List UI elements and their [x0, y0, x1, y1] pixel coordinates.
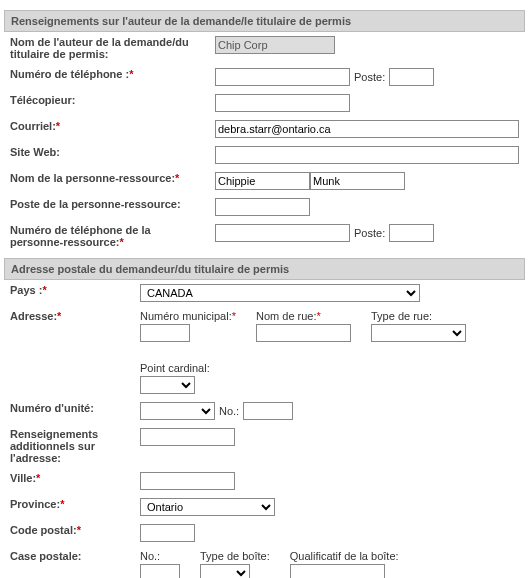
pobox-label: Case postale:	[4, 546, 134, 578]
unit-label: Numéro d'unité:	[4, 398, 134, 424]
street-type-label: Type de rue:	[371, 310, 466, 322]
unit-no-input[interactable]	[243, 402, 293, 420]
extra-label: Renseignements additionnels sur l'adress…	[4, 424, 134, 468]
pobox-qual-input[interactable]	[290, 564, 385, 578]
pobox-no-label: No.:	[140, 550, 180, 562]
pobox-no-input[interactable]	[140, 564, 180, 578]
street-name-label: Nom de rue:*	[256, 310, 351, 322]
direction-label: Point cardinal:	[140, 362, 210, 374]
contact-phone-input[interactable]	[215, 224, 350, 242]
postal-input[interactable]	[140, 524, 195, 542]
city-label: Ville:*	[4, 468, 134, 494]
website-label: Site Web:	[4, 142, 209, 168]
fax-label: Télécopieur:	[4, 90, 209, 116]
phone-input[interactable]	[215, 68, 350, 86]
contact-name-label: Nom de la personne-ressource:*	[4, 168, 209, 194]
country-select[interactable]: CANADA	[140, 284, 420, 302]
contact-phone-label: Numéro de téléphone de la personne-resso…	[4, 220, 209, 252]
contact-ext-input[interactable]	[389, 224, 434, 242]
email-label: Courriel:*	[4, 116, 209, 142]
contact-ext-label: Poste:	[354, 227, 385, 239]
street-num-input[interactable]	[140, 324, 190, 342]
contact-title-input[interactable]	[215, 198, 310, 216]
address-label: Adresse:*	[4, 306, 134, 398]
applicant-name-input	[215, 36, 335, 54]
contact-last-input[interactable]	[310, 172, 405, 190]
contact-first-input[interactable]	[215, 172, 310, 190]
ext-label: Poste:	[354, 71, 385, 83]
street-type-select[interactable]	[371, 324, 466, 342]
section2-header: Adresse postale du demandeur/du titulair…	[4, 258, 525, 280]
section1-header: Renseignements sur l'auteur de la demand…	[4, 10, 525, 32]
unit-type-select[interactable]	[140, 402, 215, 420]
street-num-label: Numéro municipal:*	[140, 310, 236, 322]
website-input[interactable]	[215, 146, 519, 164]
province-label: Province:*	[4, 494, 134, 520]
ext-input[interactable]	[389, 68, 434, 86]
phone-label: Numéro de téléphone :*	[4, 64, 209, 90]
extra-input[interactable]	[140, 428, 235, 446]
province-select[interactable]: Ontario	[140, 498, 275, 516]
city-input[interactable]	[140, 472, 235, 490]
fax-input[interactable]	[215, 94, 350, 112]
unit-no-label: No.:	[219, 405, 239, 417]
country-label: Pays :*	[4, 280, 134, 306]
pobox-qual-label: Qualificatif de la boîte:	[290, 550, 399, 562]
direction-select[interactable]	[140, 376, 195, 394]
street-name-input[interactable]	[256, 324, 351, 342]
postal-label: Code postal:*	[4, 520, 134, 546]
contact-title-label: Poste de la personne-ressource:	[4, 194, 209, 220]
pobox-type-label: Type de boîte:	[200, 550, 270, 562]
pobox-type-select[interactable]	[200, 564, 250, 578]
applicant-name-label: Nom de l'auteur de la demande/du titulai…	[4, 32, 209, 64]
email-input[interactable]	[215, 120, 519, 138]
